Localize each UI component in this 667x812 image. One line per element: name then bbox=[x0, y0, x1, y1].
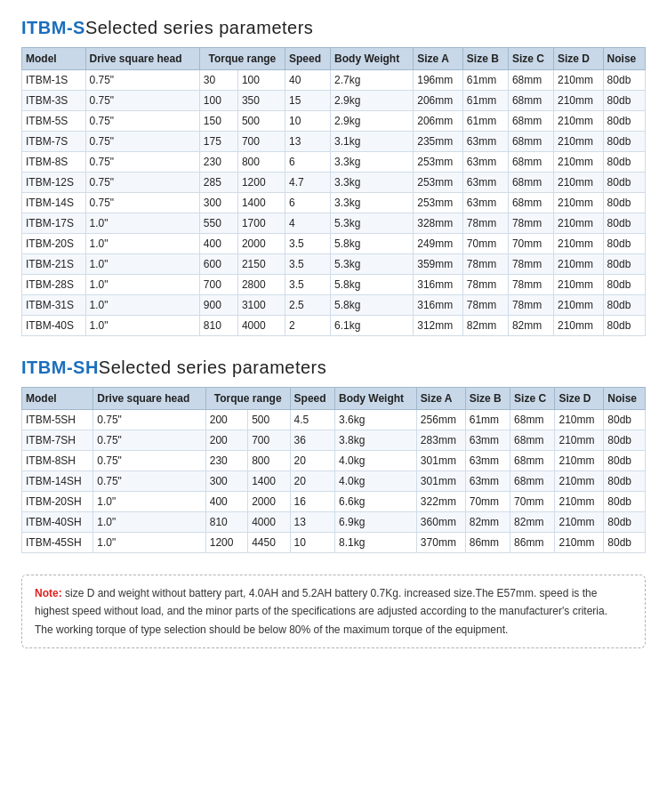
table2-cell: 63mm bbox=[465, 451, 510, 471]
table2-cell: 210mm bbox=[555, 492, 604, 512]
table1-cell: 68mm bbox=[508, 70, 553, 91]
table1-cell: 206mm bbox=[414, 111, 463, 132]
col-speed: Speed bbox=[285, 48, 330, 70]
table1-cell: 1.0" bbox=[85, 254, 199, 275]
table1-cell: 210mm bbox=[554, 173, 604, 193]
table2-cell: 6.6kg bbox=[334, 492, 416, 512]
table1-cell: 1.0" bbox=[85, 213, 199, 234]
table1-cell: 80db bbox=[603, 70, 645, 91]
table1-cell: 80db bbox=[603, 316, 645, 336]
note-text: size D and weight without battery part, … bbox=[35, 587, 607, 636]
table1-row: ITBM-5S0.75"150500102.9kg206mm61mm68mm21… bbox=[22, 111, 646, 132]
table2-cell: 80db bbox=[604, 430, 646, 451]
table1-cell: 230 bbox=[199, 152, 237, 173]
table2-cell: 1400 bbox=[248, 471, 290, 492]
table1-cell: 2 bbox=[285, 316, 330, 336]
table1-cell: 2.5 bbox=[285, 295, 330, 316]
col2-sizeD: Size D bbox=[555, 388, 604, 410]
table1-cell: ITBM-21S bbox=[22, 254, 86, 275]
table1-cell: 63mm bbox=[462, 193, 508, 213]
table2-cell: 3.8kg bbox=[334, 430, 416, 451]
table1-cell: 3.3kg bbox=[331, 173, 414, 193]
col-drive: Drive square head bbox=[85, 48, 199, 70]
table2-cell: 20 bbox=[290, 451, 334, 471]
table2-cell: 0.75" bbox=[93, 410, 206, 430]
table1-cell: 0.75" bbox=[85, 193, 199, 213]
table1-cell: 3.5 bbox=[285, 234, 330, 254]
table1-cell: 0.75" bbox=[85, 111, 199, 132]
table1-cell: ITBM-20S bbox=[22, 234, 86, 254]
table1-cell: 80db bbox=[603, 132, 645, 152]
table1-cell: 80db bbox=[603, 111, 645, 132]
table1-row: ITBM-28S1.0"70028003.55.8kg316mm78mm78mm… bbox=[22, 275, 646, 295]
table1-cell: 196mm bbox=[414, 70, 463, 91]
section1-title: ITBM-SSelected series parameters bbox=[21, 18, 646, 38]
table1-cell: 68mm bbox=[508, 193, 553, 213]
table1-cell: 400 bbox=[199, 234, 237, 254]
table1-cell: 2.9kg bbox=[331, 91, 414, 111]
table1-cell: 210mm bbox=[554, 316, 604, 336]
table1-row: ITBM-8S0.75"23080063.3kg253mm63mm68mm210… bbox=[22, 152, 646, 173]
table1-cell: ITBM-1S bbox=[22, 70, 86, 91]
table1-cell: 5.8kg bbox=[331, 295, 414, 316]
table2-cell: 4.0kg bbox=[334, 451, 416, 471]
table1-cell: 5.8kg bbox=[331, 234, 414, 254]
table1-cell: 210mm bbox=[554, 70, 604, 91]
table2-cell: 70mm bbox=[465, 492, 510, 512]
table1-cell: 3.3kg bbox=[331, 152, 414, 173]
table2-cell: 80db bbox=[604, 492, 646, 512]
table1-cell: 80db bbox=[603, 193, 645, 213]
col2-weight: Body Weight bbox=[334, 388, 416, 410]
table2-cell: 230 bbox=[205, 451, 247, 471]
table1-cell: 78mm bbox=[508, 275, 553, 295]
table1-cell: 13 bbox=[285, 132, 330, 152]
table1-cell: 0.75" bbox=[85, 70, 199, 91]
table1-cell: 2000 bbox=[237, 234, 285, 254]
table1-cell: 78mm bbox=[462, 275, 508, 295]
table1-cell: 80db bbox=[603, 152, 645, 173]
table1-row: ITBM-31S1.0"90031002.55.8kg316mm78mm78mm… bbox=[22, 295, 646, 316]
table1-cell: 61mm bbox=[462, 91, 508, 111]
table1-cell: 63mm bbox=[462, 173, 508, 193]
table2-cell: 80db bbox=[604, 410, 646, 430]
table1-cell: 210mm bbox=[554, 91, 604, 111]
table1-cell: 78mm bbox=[462, 254, 508, 275]
table1-cell: 210mm bbox=[554, 111, 604, 132]
table1-row: ITBM-20S1.0"40020003.55.8kg249mm70mm70mm… bbox=[22, 234, 646, 254]
table1-cell: 175 bbox=[199, 132, 237, 152]
table2-row: ITBM-20SH1.0"4002000166.6kg322mm70mm70mm… bbox=[22, 492, 646, 512]
col2-noise: Noise bbox=[604, 388, 646, 410]
table1-cell: 700 bbox=[199, 275, 237, 295]
table2-cell: 810 bbox=[205, 512, 247, 533]
table1-cell: 6 bbox=[285, 152, 330, 173]
table1-cell: 500 bbox=[237, 111, 285, 132]
table1-cell: 78mm bbox=[508, 213, 553, 234]
table2-cell: 80db bbox=[604, 512, 646, 533]
table2-cell: 80db bbox=[604, 533, 646, 553]
table1-cell: 15 bbox=[285, 91, 330, 111]
col2-torque: Torque range bbox=[205, 388, 290, 410]
table1-cell: ITBM-8S bbox=[22, 152, 86, 173]
table1-cell: 150 bbox=[199, 111, 237, 132]
table1-row: ITBM-17S1.0"550170045.3kg328mm78mm78mm21… bbox=[22, 213, 646, 234]
table1-cell: ITBM-14S bbox=[22, 193, 86, 213]
table1-cell: 210mm bbox=[554, 234, 604, 254]
table2-cell: 300 bbox=[205, 471, 247, 492]
table2-cell: 2000 bbox=[248, 492, 290, 512]
table1-cell: 0.75" bbox=[85, 91, 199, 111]
section1-title-colored: ITBM-S bbox=[21, 18, 85, 37]
col-noise: Noise bbox=[603, 48, 645, 70]
table2-cell: 36 bbox=[290, 430, 334, 451]
table2-cell: ITBM-45SH bbox=[22, 533, 93, 553]
table2-cell: 82mm bbox=[510, 512, 555, 533]
table1-cell: 3100 bbox=[237, 295, 285, 316]
table1-cell: ITBM-28S bbox=[22, 275, 86, 295]
table1-cell: 1700 bbox=[237, 213, 285, 234]
table1-cell: 78mm bbox=[508, 295, 553, 316]
table2-cell: 3.6kg bbox=[334, 410, 416, 430]
table1-cell: 2.7kg bbox=[331, 70, 414, 91]
table1-cell: 70mm bbox=[508, 234, 553, 254]
table2-cell: 8.1kg bbox=[334, 533, 416, 553]
table1-cell: 285 bbox=[199, 173, 237, 193]
table2-cell: 6.9kg bbox=[334, 512, 416, 533]
